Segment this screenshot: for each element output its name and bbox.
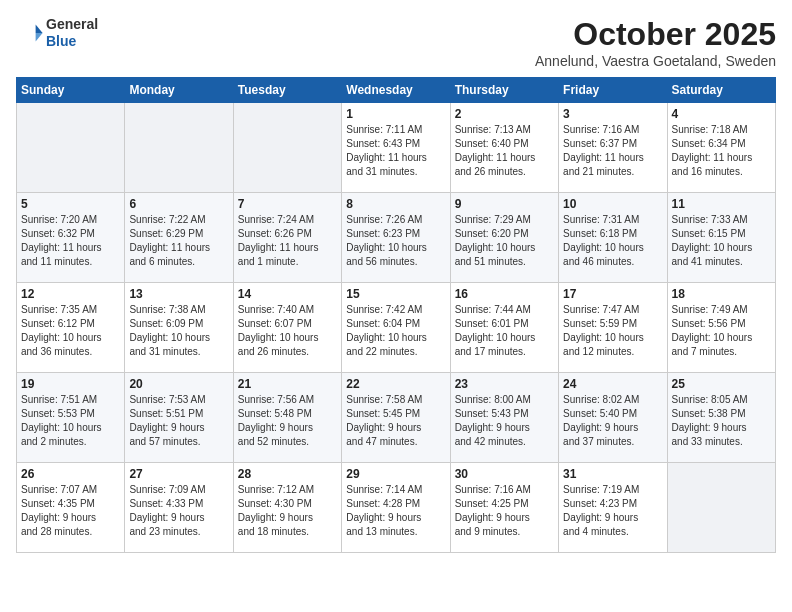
calendar-week-4: 19Sunrise: 7:51 AM Sunset: 5:53 PM Dayli… bbox=[17, 373, 776, 463]
day-number: 23 bbox=[455, 377, 554, 391]
day-number: 13 bbox=[129, 287, 228, 301]
logo-blue: Blue bbox=[46, 33, 98, 50]
calendar-cell: 23Sunrise: 8:00 AM Sunset: 5:43 PM Dayli… bbox=[450, 373, 558, 463]
day-number: 31 bbox=[563, 467, 662, 481]
day-number: 30 bbox=[455, 467, 554, 481]
logo-general: General bbox=[46, 16, 98, 33]
day-info: Sunrise: 7:12 AM Sunset: 4:30 PM Dayligh… bbox=[238, 483, 337, 539]
day-number: 11 bbox=[672, 197, 771, 211]
calendar-cell: 20Sunrise: 7:53 AM Sunset: 5:51 PM Dayli… bbox=[125, 373, 233, 463]
calendar-cell: 29Sunrise: 7:14 AM Sunset: 4:28 PM Dayli… bbox=[342, 463, 450, 553]
day-number: 27 bbox=[129, 467, 228, 481]
day-number: 4 bbox=[672, 107, 771, 121]
calendar-cell: 31Sunrise: 7:19 AM Sunset: 4:23 PM Dayli… bbox=[559, 463, 667, 553]
calendar-cell: 5Sunrise: 7:20 AM Sunset: 6:32 PM Daylig… bbox=[17, 193, 125, 283]
day-info: Sunrise: 7:11 AM Sunset: 6:43 PM Dayligh… bbox=[346, 123, 445, 179]
day-info: Sunrise: 7:19 AM Sunset: 4:23 PM Dayligh… bbox=[563, 483, 662, 539]
calendar-cell: 30Sunrise: 7:16 AM Sunset: 4:25 PM Dayli… bbox=[450, 463, 558, 553]
day-info: Sunrise: 7:49 AM Sunset: 5:56 PM Dayligh… bbox=[672, 303, 771, 359]
svg-marker-1 bbox=[36, 33, 43, 41]
location: Annelund, Vaestra Goetaland, Sweden bbox=[535, 53, 776, 69]
day-number: 18 bbox=[672, 287, 771, 301]
day-info: Sunrise: 8:00 AM Sunset: 5:43 PM Dayligh… bbox=[455, 393, 554, 449]
calendar-cell: 21Sunrise: 7:56 AM Sunset: 5:48 PM Dayli… bbox=[233, 373, 341, 463]
day-info: Sunrise: 7:35 AM Sunset: 6:12 PM Dayligh… bbox=[21, 303, 120, 359]
calendar-cell: 25Sunrise: 8:05 AM Sunset: 5:38 PM Dayli… bbox=[667, 373, 775, 463]
calendar-cell: 2Sunrise: 7:13 AM Sunset: 6:40 PM Daylig… bbox=[450, 103, 558, 193]
col-header-wednesday: Wednesday bbox=[342, 78, 450, 103]
day-info: Sunrise: 7:53 AM Sunset: 5:51 PM Dayligh… bbox=[129, 393, 228, 449]
page-header: General Blue October 2025 Annelund, Vaes… bbox=[16, 16, 776, 69]
day-number: 5 bbox=[21, 197, 120, 211]
calendar-cell: 17Sunrise: 7:47 AM Sunset: 5:59 PM Dayli… bbox=[559, 283, 667, 373]
calendar-cell: 3Sunrise: 7:16 AM Sunset: 6:37 PM Daylig… bbox=[559, 103, 667, 193]
day-info: Sunrise: 7:40 AM Sunset: 6:07 PM Dayligh… bbox=[238, 303, 337, 359]
day-info: Sunrise: 7:09 AM Sunset: 4:33 PM Dayligh… bbox=[129, 483, 228, 539]
calendar-cell: 1Sunrise: 7:11 AM Sunset: 6:43 PM Daylig… bbox=[342, 103, 450, 193]
day-number: 10 bbox=[563, 197, 662, 211]
day-number: 12 bbox=[21, 287, 120, 301]
day-number: 29 bbox=[346, 467, 445, 481]
calendar-cell: 7Sunrise: 7:24 AM Sunset: 6:26 PM Daylig… bbox=[233, 193, 341, 283]
calendar-week-3: 12Sunrise: 7:35 AM Sunset: 6:12 PM Dayli… bbox=[17, 283, 776, 373]
day-info: Sunrise: 7:14 AM Sunset: 4:28 PM Dayligh… bbox=[346, 483, 445, 539]
day-info: Sunrise: 7:26 AM Sunset: 6:23 PM Dayligh… bbox=[346, 213, 445, 269]
logo: General Blue bbox=[16, 16, 98, 50]
calendar-cell: 6Sunrise: 7:22 AM Sunset: 6:29 PM Daylig… bbox=[125, 193, 233, 283]
calendar-cell: 28Sunrise: 7:12 AM Sunset: 4:30 PM Dayli… bbox=[233, 463, 341, 553]
day-number: 3 bbox=[563, 107, 662, 121]
day-number: 2 bbox=[455, 107, 554, 121]
calendar-cell: 19Sunrise: 7:51 AM Sunset: 5:53 PM Dayli… bbox=[17, 373, 125, 463]
col-header-thursday: Thursday bbox=[450, 78, 558, 103]
day-info: Sunrise: 7:51 AM Sunset: 5:53 PM Dayligh… bbox=[21, 393, 120, 449]
calendar-week-5: 26Sunrise: 7:07 AM Sunset: 4:35 PM Dayli… bbox=[17, 463, 776, 553]
day-number: 15 bbox=[346, 287, 445, 301]
calendar-cell: 22Sunrise: 7:58 AM Sunset: 5:45 PM Dayli… bbox=[342, 373, 450, 463]
col-header-monday: Monday bbox=[125, 78, 233, 103]
day-number: 24 bbox=[563, 377, 662, 391]
day-number: 19 bbox=[21, 377, 120, 391]
day-info: Sunrise: 7:42 AM Sunset: 6:04 PM Dayligh… bbox=[346, 303, 445, 359]
title-block: October 2025 Annelund, Vaestra Goetaland… bbox=[535, 16, 776, 69]
day-number: 14 bbox=[238, 287, 337, 301]
day-number: 25 bbox=[672, 377, 771, 391]
calendar-cell: 15Sunrise: 7:42 AM Sunset: 6:04 PM Dayli… bbox=[342, 283, 450, 373]
col-header-sunday: Sunday bbox=[17, 78, 125, 103]
svg-marker-0 bbox=[36, 24, 43, 32]
calendar-cell: 27Sunrise: 7:09 AM Sunset: 4:33 PM Dayli… bbox=[125, 463, 233, 553]
calendar-cell bbox=[17, 103, 125, 193]
col-header-tuesday: Tuesday bbox=[233, 78, 341, 103]
day-number: 21 bbox=[238, 377, 337, 391]
calendar-cell: 18Sunrise: 7:49 AM Sunset: 5:56 PM Dayli… bbox=[667, 283, 775, 373]
day-number: 22 bbox=[346, 377, 445, 391]
calendar-cell: 4Sunrise: 7:18 AM Sunset: 6:34 PM Daylig… bbox=[667, 103, 775, 193]
day-number: 20 bbox=[129, 377, 228, 391]
day-info: Sunrise: 8:05 AM Sunset: 5:38 PM Dayligh… bbox=[672, 393, 771, 449]
day-number: 17 bbox=[563, 287, 662, 301]
calendar-cell: 16Sunrise: 7:44 AM Sunset: 6:01 PM Dayli… bbox=[450, 283, 558, 373]
day-info: Sunrise: 7:29 AM Sunset: 6:20 PM Dayligh… bbox=[455, 213, 554, 269]
day-number: 9 bbox=[455, 197, 554, 211]
day-info: Sunrise: 7:18 AM Sunset: 6:34 PM Dayligh… bbox=[672, 123, 771, 179]
day-number: 28 bbox=[238, 467, 337, 481]
day-info: Sunrise: 7:44 AM Sunset: 6:01 PM Dayligh… bbox=[455, 303, 554, 359]
day-info: Sunrise: 7:22 AM Sunset: 6:29 PM Dayligh… bbox=[129, 213, 228, 269]
calendar-cell: 12Sunrise: 7:35 AM Sunset: 6:12 PM Dayli… bbox=[17, 283, 125, 373]
day-info: Sunrise: 7:24 AM Sunset: 6:26 PM Dayligh… bbox=[238, 213, 337, 269]
calendar-table: SundayMondayTuesdayWednesdayThursdayFrid… bbox=[16, 77, 776, 553]
day-info: Sunrise: 7:33 AM Sunset: 6:15 PM Dayligh… bbox=[672, 213, 771, 269]
day-info: Sunrise: 7:58 AM Sunset: 5:45 PM Dayligh… bbox=[346, 393, 445, 449]
calendar-cell: 13Sunrise: 7:38 AM Sunset: 6:09 PM Dayli… bbox=[125, 283, 233, 373]
calendar-week-1: 1Sunrise: 7:11 AM Sunset: 6:43 PM Daylig… bbox=[17, 103, 776, 193]
col-header-friday: Friday bbox=[559, 78, 667, 103]
logo-text: General Blue bbox=[46, 16, 98, 50]
day-info: Sunrise: 7:47 AM Sunset: 5:59 PM Dayligh… bbox=[563, 303, 662, 359]
day-number: 16 bbox=[455, 287, 554, 301]
calendar-cell: 10Sunrise: 7:31 AM Sunset: 6:18 PM Dayli… bbox=[559, 193, 667, 283]
day-info: Sunrise: 7:38 AM Sunset: 6:09 PM Dayligh… bbox=[129, 303, 228, 359]
day-info: Sunrise: 8:02 AM Sunset: 5:40 PM Dayligh… bbox=[563, 393, 662, 449]
calendar-cell: 26Sunrise: 7:07 AM Sunset: 4:35 PM Dayli… bbox=[17, 463, 125, 553]
calendar-header-row: SundayMondayTuesdayWednesdayThursdayFrid… bbox=[17, 78, 776, 103]
day-info: Sunrise: 7:07 AM Sunset: 4:35 PM Dayligh… bbox=[21, 483, 120, 539]
day-info: Sunrise: 7:13 AM Sunset: 6:40 PM Dayligh… bbox=[455, 123, 554, 179]
